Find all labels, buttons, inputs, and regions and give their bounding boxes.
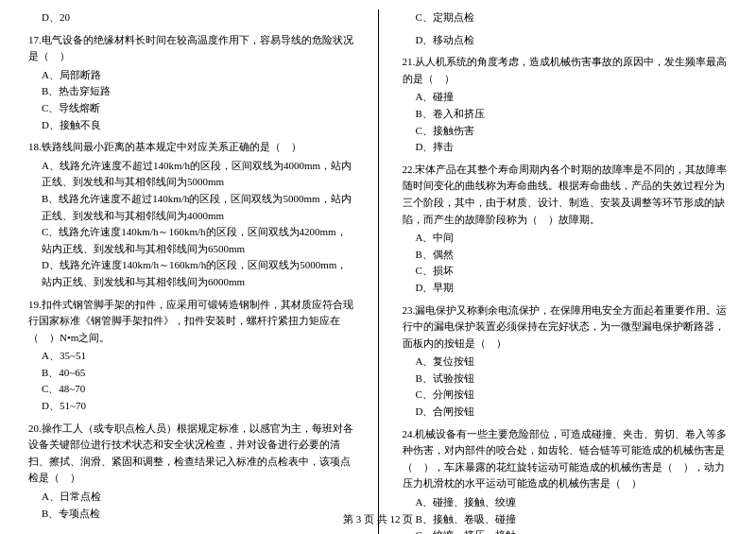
q17-option-b: B、热击穿短路 <box>28 83 354 100</box>
q17-option-a: A、局部断路 <box>28 67 354 84</box>
q23-title: 23.漏电保护又称剩余电流保护，在保障用电安全方面起着重要作用。运行中的漏电保护… <box>403 302 729 353</box>
q18-option-a: A、线路允许速度不超过140km/h的区段，区间双线为4000mm，站内正线、到… <box>28 158 354 191</box>
q23-option-a: A、复位按钮 <box>403 353 729 370</box>
right-column: C、定期点检 D、移动点检 21.从人机系统的角度考虑，造成机械伤害事故的原因中… <box>403 9 729 534</box>
q18-option-d: D、线路允许速度140km/h～160km/h的区段，区间双线为5000mm，站… <box>28 257 354 290</box>
q17-option-c: C、导线熔断 <box>28 100 354 117</box>
q20-title: 20.操作工人（或专职点检人员）根据规定标准，以感官为主，每班对各设备关键部位进… <box>28 421 354 487</box>
q24-option-a: A、碰撞、接触、绞缠 <box>403 494 729 511</box>
q22-option-b: B、偶然 <box>403 247 729 264</box>
footer-text: 第 3 页 共 12 页 <box>343 513 413 525</box>
q17-option-d: D、接触不良 <box>28 117 354 134</box>
question-22: 22.宋体产品在其整个寿命周期内各个时期的故障率是不同的，其故障率随时间变化的曲… <box>403 162 729 297</box>
page: D、20 17.电气设备的绝缘材料长时间在较高温度作用下，容易导线的危险状况是（… <box>0 0 756 534</box>
q22-title: 22.宋体产品在其整个寿命周期内各个时期的故障率是不同的，其故障率随时间变化的曲… <box>403 162 729 228</box>
left-column: D、20 17.电气设备的绝缘材料长时间在较高温度作用下，容易导线的危险状况是（… <box>28 9 354 534</box>
q23-option-c: C、分闸按钮 <box>403 387 729 404</box>
q24-title: 24.机械设备有一些主要危险部位，可造成碰撞、夹击、剪切、卷入等多种伤害，对内部… <box>403 426 729 492</box>
q21-option-b: B、卷入和挤压 <box>403 106 729 123</box>
q19-option-c: C、48~70 <box>28 381 354 398</box>
q21-title: 21.从人机系统的角度考虑，造成机械伤害事故的原因中，发生频率最高的是（ ） <box>403 54 729 87</box>
q18-option-b: B、线路允许速度不超过140km/h的区段，区间双线为5000mm，站内正线、到… <box>28 191 354 224</box>
q22-option-c: C、损坏 <box>403 263 729 280</box>
question-20: 20.操作工人（或专职点检人员）根据规定标准，以感官为主，每班对各设备关键部位进… <box>28 421 354 523</box>
column-divider <box>378 9 379 534</box>
q21-option-c: C、接触伤害 <box>403 123 729 140</box>
option-d-yidong: D、移动点检 <box>403 32 729 49</box>
page-footer: 第 3 页 共 12 页 <box>0 512 756 526</box>
question-17: 17.电气设备的绝缘材料长时间在较高温度作用下，容易导线的危险状况是（ ） A、… <box>28 32 354 134</box>
q18-option-c: C、线路允许速度140km/h～160km/h的区段，区间双线为4200mm，站… <box>28 224 354 257</box>
question-18: 18.铁路线间最小距离的基本规定中对应关系正确的是（ ） A、线路允许速度不超过… <box>28 139 354 290</box>
q18-title: 18.铁路线间最小距离的基本规定中对应关系正确的是（ ） <box>28 139 354 156</box>
q22-option-a: A、中间 <box>403 230 729 247</box>
q17-title: 17.电气设备的绝缘材料长时间在较高温度作用下，容易导线的危险状况是（ ） <box>28 32 354 65</box>
q19-option-a: A、35~51 <box>28 348 354 365</box>
question-23: 23.漏电保护又称剩余电流保护，在保障用电安全方面起着重要作用。运行中的漏电保护… <box>403 302 729 421</box>
q19-option-b: B、40~65 <box>28 365 354 382</box>
q21-option-d: D、摔击 <box>403 139 729 156</box>
q19-title: 19.扣件式钢管脚手架的扣件，应采用可锻铸造钢制件，其材质应符合现行国家标准《钢… <box>28 297 354 347</box>
q20-option-a: A、日常点检 <box>28 489 354 506</box>
option-text: D、移动点检 <box>403 32 729 49</box>
q21-option-a: A、碰撞 <box>403 89 729 106</box>
q23-option-d: D、合闸按钮 <box>403 404 729 421</box>
q24-option-c: C、绞缠、挤压、接触 <box>403 527 729 534</box>
q23-option-b: B、试验按钮 <box>403 370 729 388</box>
option-text: D、20 <box>28 9 354 26</box>
option-text: C、定期点检 <box>403 9 729 26</box>
q19-option-d: D、51~70 <box>28 398 354 415</box>
option-c-dingqi: C、定期点检 <box>403 9 729 26</box>
content-area: D、20 17.电气设备的绝缘材料长时间在较高温度作用下，容易导线的危险状况是（… <box>28 9 728 534</box>
option-d20: D、20 <box>28 9 354 26</box>
question-19: 19.扣件式钢管脚手架的扣件，应采用可锻铸造钢制件，其材质应符合现行国家标准《钢… <box>28 297 354 415</box>
question-21: 21.从人机系统的角度考虑，造成机械伤害事故的原因中，发生频率最高的是（ ） A… <box>403 54 729 156</box>
q22-option-d: D、早期 <box>403 280 729 297</box>
